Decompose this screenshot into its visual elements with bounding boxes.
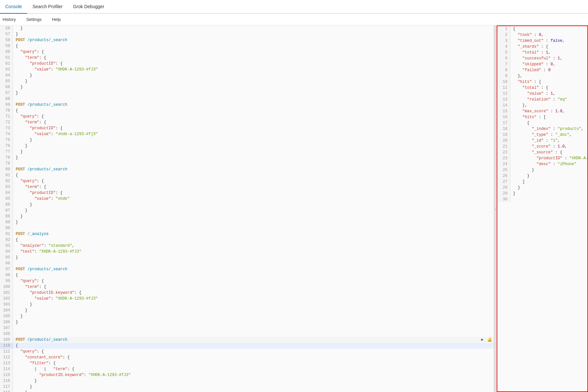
- code-line: 62 "productID": {: [0, 61, 494, 67]
- line-number: 76: [0, 143, 13, 149]
- line-content: }: [13, 302, 494, 307]
- line-content: [13, 225, 494, 231]
- tab-console[interactable]: Console: [0, 0, 27, 14]
- tab-search-profiler[interactable]: Search Profiler: [27, 0, 68, 14]
- resp-line: 19 "_type" : "_doc",: [497, 132, 587, 138]
- code-line: 63 "value": "XHDK-A-1293-#fJ3": [0, 67, 494, 72]
- line-number: 108: [0, 331, 13, 337]
- code-line: 82 "query": {: [0, 178, 494, 184]
- code-line: 69 POST /products/_search: [0, 102, 494, 108]
- code-line: 83 "term": {: [0, 184, 494, 190]
- line-number: 104: [0, 307, 13, 313]
- resp-line: 13 "relation" : "eq": [497, 97, 587, 102]
- code-line: 60 "query": {: [0, 49, 494, 55]
- line-number: 94: [0, 249, 13, 255]
- line-content: }: [13, 202, 494, 208]
- line-number: 79: [0, 161, 13, 166]
- code-editor[interactable]: 56 } 57 } 58 POST /products/_search 59 {: [0, 25, 494, 392]
- line-content: "desc" : "iPhone": [510, 161, 587, 167]
- line-number: 25: [497, 167, 510, 173]
- resp-line: 20 "_id" : "1",: [497, 138, 587, 144]
- line-content: "text": "XHDK-A-1293-#fJ3": [13, 249, 494, 255]
- line-number: 5: [497, 50, 510, 55]
- code-line: 105 }: [0, 313, 494, 319]
- nav-settings[interactable]: Settings: [23, 17, 44, 22]
- line-content: }: [510, 173, 587, 179]
- code-line: 100 "term": {: [0, 284, 494, 290]
- line-number: 11: [497, 85, 510, 91]
- line-number: 68: [0, 96, 13, 102]
- line-content: [13, 96, 494, 102]
- line-content: "successful" : 1,: [510, 55, 587, 61]
- code-line: 94 "text": "XHDK-A-1293-#fJ3": [0, 249, 494, 255]
- line-content: {: [510, 120, 587, 126]
- code-line-109: 109 POST /products/_search ▶ 🔔: [0, 337, 494, 343]
- line-number: 66: [0, 84, 13, 90]
- code-line: 78 }: [0, 155, 494, 161]
- line-number: 84: [0, 190, 13, 196]
- resp-line: 11 "total" : {: [497, 85, 587, 91]
- line-number: 21: [497, 144, 510, 149]
- line-content: "constant_score": {: [13, 354, 494, 360]
- code-line: 90: [0, 225, 494, 231]
- line-number: 82: [0, 178, 13, 184]
- line-content: }: [13, 384, 494, 390]
- line-number: 62: [0, 61, 13, 67]
- line-number: 102: [0, 296, 13, 302]
- code-line: 74 "value": "xhdk-a-1293-#fj3": [0, 131, 494, 137]
- resize-handle[interactable]: ···: [494, 25, 497, 392]
- code-line: 72 "term": {: [0, 119, 494, 125]
- code-line: 89 }: [0, 219, 494, 225]
- tab-grok-debugger[interactable]: Grok Debugger: [68, 0, 110, 14]
- line-number: 63: [0, 67, 13, 72]
- line-number: 72: [0, 119, 13, 125]
- resp-line: 1 {: [497, 26, 587, 32]
- line-content: "productID": {: [13, 190, 494, 196]
- code-line: 107: [0, 325, 494, 331]
- line-content: }: [13, 90, 494, 96]
- line-content: }: [510, 167, 587, 173]
- line-content: "term": {: [13, 284, 494, 290]
- nav-history[interactable]: History: [0, 17, 18, 22]
- run-button[interactable]: ▶: [479, 337, 485, 343]
- line-number: 17: [497, 120, 510, 126]
- code-line: 104 }: [0, 307, 494, 313]
- line-content: }: [13, 84, 494, 90]
- line-number: 2: [497, 32, 510, 38]
- code-line: 117 }: [0, 384, 494, 390]
- line-content: "max_score" : 1.0,: [510, 108, 587, 114]
- line-number: 57: [0, 31, 13, 37]
- response-editor[interactable]: 1 { 2 "took" : 0, 3 "timed_out" : false,…: [497, 26, 587, 391]
- line-content: }: [13, 208, 494, 213]
- line-content: "failed" : 0: [510, 67, 587, 73]
- copy-button[interactable]: 🔔: [487, 337, 492, 343]
- code-line: 108: [0, 331, 494, 337]
- line-content: ]: [510, 179, 587, 185]
- line-number: 30: [497, 196, 510, 202]
- line-content: "productID.keyword": {: [13, 290, 494, 296]
- line-content: {: [13, 108, 494, 114]
- line-content: POST /_analyze: [13, 231, 494, 237]
- line-number: 27: [497, 179, 510, 185]
- line-content: POST /products/_search: [13, 37, 494, 43]
- line-content: "productID": {: [13, 61, 494, 67]
- line-number: 16: [497, 114, 510, 120]
- line-number: 4: [497, 44, 510, 50]
- line-number: 81: [0, 172, 13, 178]
- line-number: 73: [0, 125, 13, 131]
- code-line: 61 "term": {: [0, 55, 494, 61]
- resp-line: 22 "_source" : {: [497, 149, 587, 155]
- line-content: "_index" : "products",: [510, 126, 587, 132]
- line-content: "query": {: [13, 114, 494, 119]
- nav-help[interactable]: Help: [49, 17, 63, 22]
- line-number: 112: [0, 354, 13, 360]
- code-line: 79: [0, 161, 494, 166]
- code-line: 85 "value": "xhdk": [0, 196, 494, 202]
- code-line: 70 {: [0, 108, 494, 114]
- line-number: 89: [0, 219, 13, 225]
- line-content: }: [13, 378, 494, 384]
- line-number: 65: [0, 78, 13, 84]
- line-content: }: [13, 31, 494, 37]
- line-content: [13, 325, 494, 331]
- line-number: 91: [0, 231, 13, 237]
